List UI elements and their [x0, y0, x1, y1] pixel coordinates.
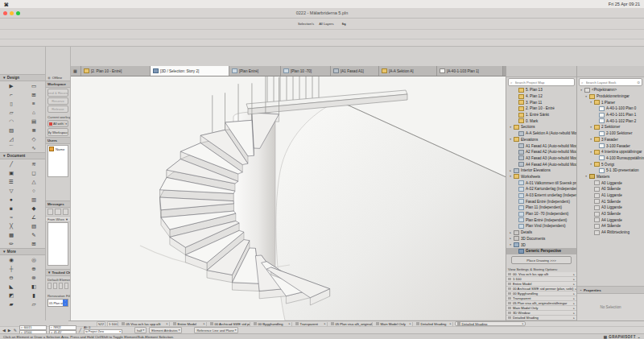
tree-item[interactable]: ▸ 3D Documents [506, 236, 576, 242]
apple-menu-icon[interactable]: ⌘ [4, 2, 9, 7]
tree-item[interactable]: ▾ 3D [506, 242, 576, 248]
tree-item[interactable]: A0 Stående [577, 186, 644, 192]
tab-a1-fasad[interactable]: [A1 Fasad A1] [331, 66, 379, 76]
my-workspace-button[interactable]: My Workspace [47, 128, 68, 136]
tool-icon[interactable]: ☰ [0, 177, 23, 186]
tab-plan-10-entre[interactable]: [2. Plan 10 - Entré] [81, 66, 151, 76]
menu-clock[interactable]: Fri 25 Apr 09:21 [609, 2, 640, 6]
tree-item[interactable]: 2. Plan 10 - Entré [506, 105, 576, 112]
expander-icon[interactable]: ▾ [509, 243, 512, 246]
chevron-right-icon[interactable]: ▸ [573, 292, 575, 296]
tree-item[interactable]: ▾ 3 Fasader [577, 137, 644, 143]
tool-icon[interactable]: △ [23, 177, 45, 186]
tool-icon[interactable]: ⊗ [23, 273, 45, 282]
tree-item[interactable]: A1 Stående [577, 198, 644, 205]
send-receive-button[interactable]: Send & Receive [47, 89, 68, 97]
3d-model-spiral-staircase[interactable] [71, 76, 506, 320]
tool-icon[interactable]: ╱ [0, 159, 23, 168]
tool-icon[interactable]: ≋ [23, 159, 45, 168]
tool-icon[interactable]: ▯ [0, 99, 23, 108]
tree-item[interactable]: 1. Entré Sänkt [506, 112, 576, 118]
chevron-right-icon[interactable]: ▸ [573, 316, 575, 320]
expander-icon[interactable]: ▾ [584, 95, 588, 98]
workspace-header[interactable]: Workspace [46, 81, 70, 88]
quick-3d-style[interactable]: Detailed Shading ▸ [415, 322, 453, 326]
tree-item[interactable]: A-40-1-101 Plan 1 [577, 112, 644, 118]
tool-icon[interactable]: ▤ [23, 117, 45, 126]
tool-icon[interactable]: ⌐ [0, 90, 23, 99]
chevron-right-icon[interactable]: ▸ [573, 278, 575, 281]
tree-item[interactable]: Plan Vind (Independent) [506, 223, 576, 229]
tree-item[interactable]: ▾ Produktionsritningar [577, 93, 644, 100]
tool-icon[interactable]: ▨ [0, 126, 23, 134]
when-column-label[interactable]: When ▼ [56, 217, 68, 221]
tree-item[interactable]: A-40-1-100 Plan 0 [577, 105, 644, 112]
expander-icon[interactable]: ▾ [509, 126, 512, 129]
tool-icon[interactable]: ◣ [0, 282, 23, 291]
quick-model-view-options[interactable]: 00 Bygghandling ▸ [252, 322, 292, 326]
navigator-search[interactable]: ⌕ [508, 78, 575, 86]
tool-icon[interactable]: ◩ [0, 291, 23, 300]
reserve-button[interactable]: Reserve [47, 97, 68, 105]
pen-icon[interactable]: ✎ [14, 328, 17, 333]
default-plane-icon[interactable] [59, 283, 63, 289]
tree-item[interactable]: 4. Plan 12 [506, 93, 576, 100]
reference-line-menu[interactable]: Reference Line and Plane▾ [194, 327, 238, 333]
tree-item[interactable]: A-03 Externt underlag (Independent) [506, 192, 576, 199]
tree-item[interactable]: ▾ 5 Övrigt [577, 161, 644, 167]
tool-icon[interactable]: ╳ [0, 221, 23, 230]
tool-icon[interactable]: ▧ [23, 221, 45, 230]
tree-item[interactable]: ▾ 1 Planer [577, 99, 644, 105]
tab-layout-plan-1[interactable]: [A-40-1-103 Plan 1] [437, 66, 503, 76]
tool-icon[interactable]: ▥ [23, 195, 45, 204]
expander-icon[interactable]: ▾ [589, 151, 592, 154]
tree-item[interactable]: ▾ Masters [577, 174, 644, 180]
quick-structure-display[interactable]: Entire Model ▸ [171, 322, 207, 326]
gear-icon[interactable]: ⊙ [637, 81, 640, 85]
tree-item[interactable]: 0. Mark [506, 118, 576, 124]
tree-item[interactable]: Plan 10 -70 (Independent) [506, 211, 576, 217]
reply-icon[interactable] [55, 209, 60, 215]
tool-icon[interactable]: ◉ [0, 255, 23, 264]
expander-icon[interactable]: ▾ [509, 175, 512, 178]
tool-icon[interactable]: ▰ [0, 300, 23, 308]
tree-item[interactable]: A2 Fasad A2 (Auto-rebuild Model) [506, 149, 576, 155]
tool-icon[interactable]: ◠ [0, 117, 23, 126]
tool-icon[interactable]: ▣ [0, 168, 23, 177]
element-attributes-menu[interactable]: Element Attributes▾ [149, 327, 182, 333]
tree-item-generic-perspective[interactable]: Generic Perspective [506, 248, 576, 254]
forward-icon[interactable]: ▶ [8, 328, 11, 333]
tree-item[interactable]: A4 Liggande [577, 217, 644, 223]
tool-icon[interactable]: ∠ [23, 213, 45, 221]
tool-icon[interactable]: ≣ [23, 126, 45, 134]
expander-icon[interactable]: ▾ [589, 138, 592, 141]
tree-item[interactable]: A4 Fasad A4 (Auto-rebuild Model) [506, 161, 576, 167]
chevron-right-icon[interactable]: ▸ [573, 307, 575, 310]
tree-item[interactable]: Plan 11 (Independent) [506, 205, 576, 211]
quick-renovation-filter[interactable]: 05 Plan visa allt_originalinställningar … [329, 322, 373, 326]
expander-icon[interactable]: ▾ [589, 101, 592, 104]
tree-item[interactable]: ▸ Interior Elevations [506, 167, 576, 174]
chevron-right-icon[interactable]: ▸ [573, 312, 575, 315]
tool-icon[interactable]: ▭ [23, 81, 45, 90]
renovation-filter-select[interactable]: 05 Plan visa allt_originalinställningar … [47, 299, 68, 307]
tree-item[interactable]: ▾ 4 Interiöra uppställningar [577, 149, 644, 155]
messages-header[interactable]: Messages [46, 201, 70, 208]
toolbox-group-header[interactable]: ▼ Document [0, 152, 45, 159]
user-row[interactable]: Name [48, 146, 68, 152]
tool-icon[interactable]: ∿ [23, 143, 45, 152]
workspace-select[interactable]: All with layout colors ▾ [47, 120, 68, 127]
tree-item[interactable]: ▾ <Projektnamn> [577, 87, 644, 93]
tool-icon[interactable]: ✎ [23, 230, 45, 239]
tree-item[interactable]: A3 Fasad A3 (Auto-rebuild Model) [506, 155, 576, 162]
expander-icon[interactable]: ▾ [589, 163, 592, 166]
tree-item[interactable]: A-01 Välkommen till Svensk projekt [506, 180, 576, 186]
tree-item[interactable]: A-02 Kartunderlag (Independent) [506, 186, 576, 192]
tree-item[interactable]: Fasad Entré (Independent) [506, 198, 576, 205]
tree-item[interactable]: ▾ Worksheets [506, 174, 576, 180]
tool-icon[interactable]: ⊕ [23, 264, 45, 273]
chevron-right-icon[interactable]: ▸ [573, 273, 575, 276]
expander-icon[interactable]: ▾ [580, 89, 583, 92]
tool-icon[interactable]: ○ [23, 186, 45, 195]
tree-item[interactable]: A3 Stående [577, 211, 644, 217]
